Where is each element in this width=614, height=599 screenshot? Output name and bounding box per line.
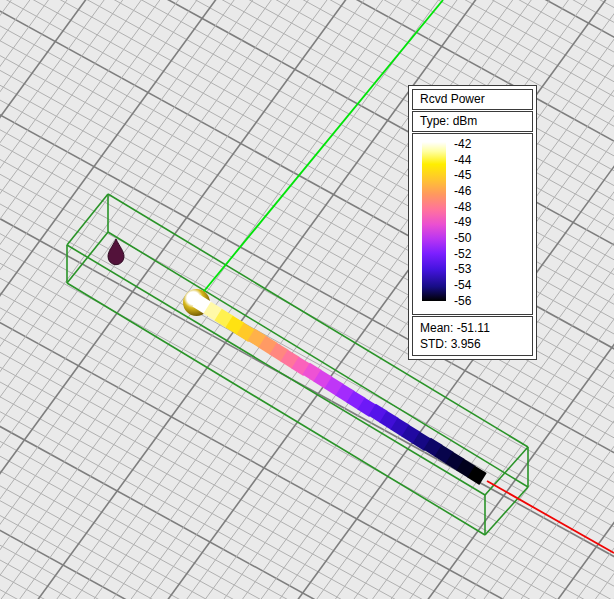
colorbar-tick-label: -45 bbox=[454, 168, 471, 184]
legend-title: Rcvd Power bbox=[412, 89, 533, 110]
std-value: STD: 3.956 bbox=[420, 336, 530, 352]
grid-line bbox=[0, 510, 614, 599]
colorbar-tick-label: -44 bbox=[454, 153, 471, 169]
grid-line bbox=[0, 433, 614, 599]
legend-stats: Mean: -51.11 STD: 3.956 bbox=[412, 316, 533, 356]
colorbar-tick-label: -54 bbox=[454, 278, 471, 294]
colorbar-tick-label: -50 bbox=[454, 231, 471, 247]
legend-panel: Rcvd Power Type: dBm -42-44-45-46-48-49-… bbox=[408, 85, 537, 360]
colorbar-tick-label: -48 bbox=[454, 200, 471, 216]
grid-line bbox=[0, 407, 614, 599]
grid-line bbox=[0, 391, 614, 599]
transmitter-sphere-marker[interactable] bbox=[183, 289, 210, 316]
legend-title-text: Rcvd Power bbox=[420, 92, 485, 106]
colorbar-tick-label: -42 bbox=[454, 137, 471, 153]
colorbar-labels: -42-44-45-46-48-49-50-52-53-54-56 bbox=[454, 137, 471, 309]
grid-major-line bbox=[0, 331, 614, 599]
grid-line bbox=[0, 540, 614, 599]
grid-line bbox=[0, 458, 614, 599]
colorbar-tick-label: -53 bbox=[454, 262, 471, 278]
mean-value: Mean: -51.11 bbox=[420, 320, 530, 336]
colorbar-tick-label: -49 bbox=[454, 215, 471, 231]
grid-major-line bbox=[0, 0, 614, 43]
grid-line bbox=[0, 362, 614, 599]
legend-type-text: Type: dBm bbox=[420, 114, 477, 128]
grid-line bbox=[0, 0, 614, 29]
colorbar-tick-label: -56 bbox=[454, 294, 471, 310]
wireframe-box-edge bbox=[485, 487, 528, 535]
colorbar bbox=[422, 142, 446, 301]
legend-type: Type: dBm bbox=[412, 111, 533, 132]
antenna-drop-marker[interactable] bbox=[108, 239, 124, 265]
3d-viewport[interactable]: Rcvd Power Type: dBm -42-44-45-46-48-49-… bbox=[0, 0, 614, 599]
tx-ray-green bbox=[200, 0, 443, 296]
grid-line bbox=[0, 0, 614, 28]
colorbar-tick-label: -52 bbox=[454, 247, 471, 263]
grid-line bbox=[0, 0, 614, 58]
legend-colorbar-section: -42-44-45-46-48-49-50-52-53-54-56 bbox=[412, 133, 533, 315]
colorbar-tick-label: -46 bbox=[454, 184, 471, 200]
